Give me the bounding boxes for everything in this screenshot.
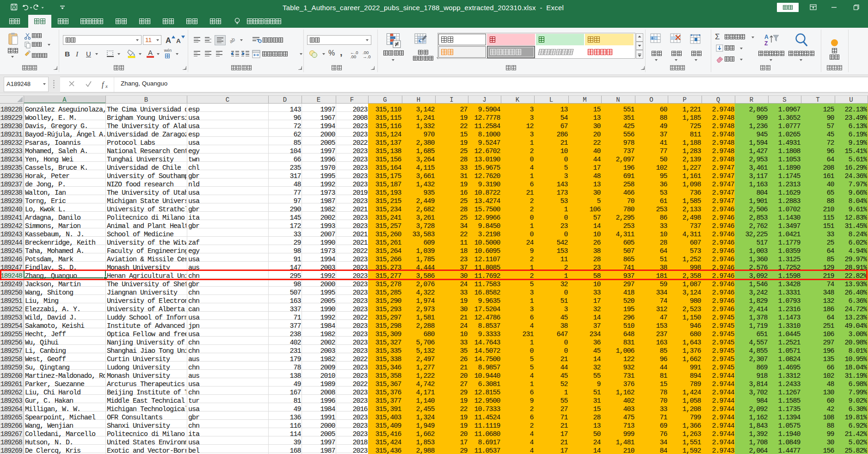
svg-text:f: f	[102, 80, 105, 89]
svg-text:A: A	[764, 34, 769, 40]
svg-text:Z: Z	[764, 40, 768, 47]
svg-text:x: x	[105, 83, 108, 89]
